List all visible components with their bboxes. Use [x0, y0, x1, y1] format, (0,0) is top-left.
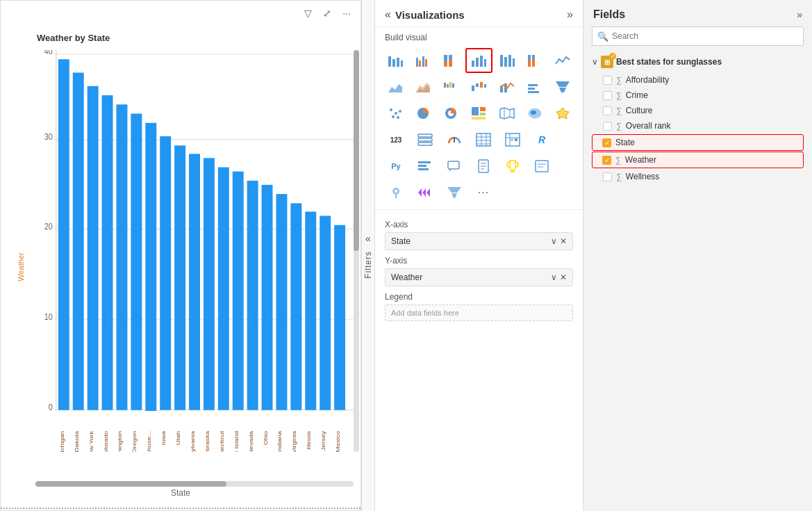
viz-type-ribbon[interactable]: [438, 74, 464, 99]
svg-text:0: 0: [49, 402, 53, 412]
search-input[interactable]: [592, 26, 804, 46]
wellness-sigma-icon: ∑: [616, 172, 622, 181]
fields-expand-icon[interactable]: »: [797, 9, 802, 20]
field-weather[interactable]: ✓ ∑ Weather: [592, 152, 804, 168]
field-state[interactable]: ✓ State: [592, 134, 804, 151]
y-axis-field[interactable]: Weather ∨ ✕: [385, 268, 573, 286]
crime-label: Crime: [626, 90, 648, 100]
viz-type-filled-map[interactable]: [522, 101, 548, 126]
svg-rect-72: [528, 60, 531, 67]
viz-type-scatter[interactable]: [382, 101, 408, 126]
vertical-scrollbar[interactable]: [354, 50, 359, 452]
viz-type-card[interactable]: 123: [382, 127, 410, 152]
viz-type-stacked-area[interactable]: [410, 74, 436, 99]
viz-type-shape-map[interactable]: [549, 101, 576, 126]
viz-type-column-chart[interactable]: [465, 48, 492, 73]
viz-type-100pct-column[interactable]: [522, 48, 548, 73]
viz-type-gauge[interactable]: [440, 127, 468, 152]
viz-type-table[interactable]: [470, 127, 497, 152]
svg-rect-52: [392, 59, 395, 67]
viz-type-map[interactable]: [494, 101, 520, 126]
y-axis-remove-icon[interactable]: ✕: [560, 273, 567, 282]
field-culture[interactable]: ∑ Culture: [592, 103, 804, 118]
expand-icon[interactable]: ⤢: [320, 6, 334, 20]
svg-marker-146: [451, 193, 457, 198]
dataset-header[interactable]: ∨ ⊞ ✓ Best states for sunglasses: [592, 51, 804, 72]
viz-type-treemap[interactable]: [465, 101, 492, 126]
crime-checkbox[interactable]: [603, 91, 612, 100]
viz-type-more[interactable]: ···: [470, 180, 497, 205]
affordability-checkbox[interactable]: [603, 76, 612, 85]
filters-chevron-icon[interactable]: «: [365, 233, 371, 244]
weather-checkbox[interactable]: ✓: [602, 156, 611, 165]
svg-rect-85: [484, 84, 486, 88]
viz-type-key-influencers[interactable]: [411, 154, 439, 179]
culture-checkbox[interactable]: [603, 106, 612, 115]
viz-type-decomposition[interactable]: [411, 180, 439, 205]
viz-type-combo[interactable]: [494, 74, 520, 99]
viz-type-speech-bubble[interactable]: [440, 154, 468, 179]
field-affordability[interactable]: ∑ Affordability: [592, 72, 804, 88]
chart-content: Weather by State Weather 0 10 20 30 40 M…: [1, 26, 361, 508]
fields-search[interactable]: 🔍: [592, 26, 804, 46]
field-overall-rank[interactable]: ∑ Overall rank: [592, 118, 804, 133]
viz-type-line-chart[interactable]: [549, 48, 576, 73]
svg-rect-55: [416, 58, 418, 67]
wellness-checkbox[interactable]: [603, 172, 612, 181]
svg-rect-89: [528, 88, 535, 90]
more-options-icon[interactable]: ···: [340, 6, 354, 20]
svg-marker-75: [388, 84, 402, 92]
viz-type-waterfall[interactable]: [465, 74, 492, 99]
x-axis-chevron-icon[interactable]: ∨: [551, 236, 557, 246]
viz-type-narrow-funnel[interactable]: [440, 180, 468, 205]
viz-type-matrix[interactable]: [499, 127, 527, 152]
viz-type-grouped-bar[interactable]: [410, 48, 436, 73]
filters-panel[interactable]: « Filters: [361, 0, 375, 511]
chart-area: ▽ ⤢ ··· Weather by State Weather 0 10 20…: [0, 0, 361, 511]
viz-type-pie[interactable]: [410, 101, 436, 126]
viz-type-stacked-column[interactable]: [494, 48, 520, 73]
svg-point-97: [397, 116, 399, 119]
viz-type-smart-narrative[interactable]: [528, 154, 556, 179]
svg-rect-78: [444, 83, 446, 88]
y-axis-chevron-icon[interactable]: ∨: [551, 273, 557, 282]
viz-type-100pct-bar[interactable]: [438, 48, 464, 73]
legend-field-empty[interactable]: Add data fields here: [385, 305, 573, 321]
viz-type-bar-combo[interactable]: [522, 74, 548, 99]
viz-type-multi-row-card[interactable]: [411, 127, 439, 152]
visualizations-panel: « Visualizations » Build visual: [375, 0, 583, 511]
dataset-table-icon: ⊞ ✓: [601, 56, 613, 68]
svg-rect-128: [448, 161, 459, 169]
dataset-name: Best states for sunglasses: [616, 57, 722, 67]
field-crime[interactable]: ∑ Crime: [592, 88, 804, 103]
overall-rank-checkbox[interactable]: [603, 122, 612, 131]
filter-icon[interactable]: ▽: [301, 6, 315, 20]
svg-rect-62: [449, 60, 452, 67]
svg-rect-88: [528, 84, 538, 86]
viz-type-donut[interactable]: [438, 101, 464, 126]
viz-collapse-left-icon[interactable]: «: [385, 8, 391, 21]
viz-type-page[interactable]: [470, 154, 497, 179]
viz-type-trophy[interactable]: [499, 154, 527, 179]
viz-type-area[interactable]: [382, 74, 408, 99]
viz-type-stacked-bar[interactable]: [382, 48, 408, 73]
x-axis-remove-icon[interactable]: ✕: [560, 236, 567, 246]
svg-text:New Jersey: New Jersey: [320, 430, 326, 452]
x-axis-field[interactable]: State ∨ ✕: [385, 232, 573, 250]
viz-expand-right-icon[interactable]: »: [567, 8, 573, 21]
svg-rect-57: [422, 56, 424, 67]
wellness-label: Wellness: [626, 172, 659, 181]
svg-rect-136: [536, 161, 548, 172]
svg-text:30: 30: [44, 131, 53, 142]
overall-rank-sigma-icon: ∑: [616, 122, 622, 130]
svg-rect-126: [418, 165, 426, 167]
state-checkbox[interactable]: ✓: [602, 138, 611, 147]
viz-type-r-script[interactable]: R: [528, 127, 556, 152]
affordability-sigma-icon: ∑: [616, 76, 622, 84]
horizontal-scrollbar[interactable]: [35, 481, 354, 487]
field-wellness[interactable]: ∑ Wellness: [592, 169, 804, 184]
svg-rect-74: [532, 58, 535, 67]
viz-type-funnel[interactable]: [549, 74, 576, 99]
viz-type-python[interactable]: Py: [382, 154, 410, 179]
viz-type-azure-map[interactable]: [382, 180, 410, 205]
